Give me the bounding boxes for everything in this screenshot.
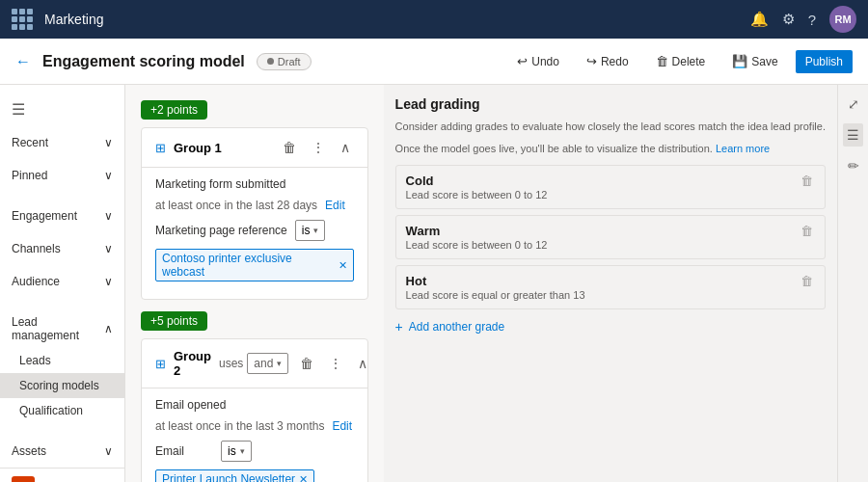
group2-body: Email opened at least once in the last 3… bbox=[142, 388, 367, 482]
save-button[interactable]: 💾 Save bbox=[722, 49, 787, 73]
group2-condition-label: Email opened bbox=[155, 398, 226, 412]
scoring-models-label: Scoring models bbox=[19, 379, 99, 392]
group2-condition-qualifier: at least once in the last 3 months bbox=[155, 419, 324, 433]
undo-button[interactable]: ↩ Undo bbox=[507, 49, 569, 73]
panel-title: Lead grading bbox=[395, 96, 826, 112]
sidebar-section-pinned: Pinned ∨ bbox=[0, 159, 124, 192]
qualification-label: Qualification bbox=[19, 404, 83, 417]
sidebar-section-lead-management: Lead management ∧ Leads Scoring models Q… bbox=[0, 306, 124, 427]
grade-warm-name: Warm bbox=[406, 224, 799, 238]
group2-condition-row: Email opened at least once in the last 3… bbox=[155, 398, 354, 433]
sidebar-section-pinned-header[interactable]: Pinned ∨ bbox=[0, 163, 124, 188]
topbar-icons: 🔔 ⚙ ? RM bbox=[750, 6, 856, 33]
group2-actions: 🗑 ⋮ ∧ bbox=[296, 354, 371, 373]
grade-warm-card: Warm Lead score is between 0 to 12 🗑 bbox=[395, 215, 826, 259]
group1-body: Marketing form submitted at least once i… bbox=[142, 168, 367, 299]
sidebar-bottom[interactable]: RM Real-time marketi... ⌃ bbox=[0, 468, 124, 482]
sidebar: ☰ Recent ∨ Pinned ∨ Engagement ∨ Channel… bbox=[0, 85, 125, 482]
group1-header: ⊞ Group 1 🗑 ⋮ ∧ bbox=[142, 128, 367, 168]
group1-condition-label: Marketing form submitted bbox=[155, 177, 285, 191]
redo-button[interactable]: ↪ Redo bbox=[577, 49, 638, 73]
publish-button[interactable]: Publish bbox=[796, 50, 853, 73]
group2-edit-link[interactable]: Edit bbox=[332, 419, 352, 433]
learn-more-link[interactable]: Learn more bbox=[716, 143, 770, 154]
group2-field1-label: Email bbox=[155, 444, 213, 458]
sidebar-section-channels-header[interactable]: Channels ∨ bbox=[0, 236, 124, 261]
sidebar-section-lead-management-header[interactable]: Lead management ∧ bbox=[0, 309, 124, 348]
app-name: Marketing bbox=[44, 12, 743, 27]
sidebar-section-audience-header[interactable]: Audience ∨ bbox=[0, 269, 124, 294]
group2-more-button[interactable]: ⋮ bbox=[325, 354, 346, 373]
group1-field-value-tag: Contoso printer exclusive webcast ✕ bbox=[155, 249, 354, 281]
chevron-down-icon: ▾ bbox=[313, 226, 318, 235]
sidebar-item-qualification[interactable]: Qualification bbox=[0, 398, 124, 423]
delete-button[interactable]: 🗑 Delete bbox=[646, 49, 716, 73]
grade-cold-name: Cold bbox=[406, 174, 799, 188]
app-grid-icon[interactable] bbox=[12, 9, 33, 30]
group1-field-row: Marketing page reference is ▾ Contoso pr… bbox=[155, 220, 354, 281]
back-button[interactable]: ← bbox=[15, 53, 31, 70]
group2-delete-button[interactable]: 🗑 bbox=[296, 354, 317, 373]
sidebar-section-engagement-header[interactable]: Engagement ∨ bbox=[0, 203, 124, 228]
group2-field1-op-select[interactable]: is ▾ bbox=[221, 441, 252, 462]
panel-icon-list-button[interactable]: ☰ bbox=[843, 123, 863, 147]
group1-more-button[interactable]: ⋮ bbox=[308, 138, 329, 157]
sidebar-section-engagement: Engagement ∨ bbox=[0, 200, 124, 232]
sidebar-section-assets: Assets ∨ bbox=[0, 435, 124, 468]
group1-delete-button[interactable]: 🗑 bbox=[279, 138, 300, 157]
sidebar-item-leads[interactable]: Leads bbox=[0, 348, 124, 373]
sidebar-item-scoring-models[interactable]: Scoring models bbox=[0, 373, 124, 398]
grade-hot-range: Lead score is equal or greater than 13 bbox=[406, 289, 799, 301]
help-icon[interactable]: ? bbox=[808, 12, 816, 28]
sidebar-section-channels: Channels ∨ bbox=[0, 232, 124, 265]
group1-icon: ⊞ bbox=[155, 141, 166, 155]
gear-icon[interactable]: ⚙ bbox=[782, 11, 795, 28]
panel-desc2: Once the model goes live, you'll be able… bbox=[395, 142, 826, 156]
panel-desc1: Consider adding grades to evaluate how c… bbox=[395, 120, 826, 134]
sidebar-section-audience: Audience ∨ bbox=[0, 265, 124, 298]
avatar[interactable]: RM bbox=[829, 6, 856, 33]
sidebar-section-assets-header[interactable]: Assets ∨ bbox=[0, 439, 124, 464]
group2-card: ⊞ Group 2 uses and ▾ 🗑 ⋮ ∧ Email ope bbox=[141, 338, 368, 482]
group1-collapse-button[interactable]: ∧ bbox=[337, 138, 354, 157]
group1-field-op-select[interactable]: is ▾ bbox=[295, 220, 326, 241]
group2-uses: uses and ▾ bbox=[219, 353, 288, 374]
add-grade-button[interactable]: + Add another grade bbox=[395, 315, 505, 338]
grade-cold-delete-button[interactable]: 🗑 bbox=[799, 174, 815, 188]
right-panel-icons: ⤢ ☰ ✏ bbox=[837, 85, 868, 482]
delete-icon: 🗑 bbox=[656, 54, 668, 68]
group2-tag1-close-button[interactable]: ✕ bbox=[299, 473, 308, 483]
group2-header: ⊞ Group 2 uses and ▾ 🗑 ⋮ ∧ bbox=[142, 339, 367, 388]
chevron-down-icon: ▾ bbox=[277, 359, 282, 368]
bell-icon[interactable]: 🔔 bbox=[750, 11, 769, 28]
group1-tag-close-button[interactable]: ✕ bbox=[339, 259, 347, 272]
group1-condition-row: Marketing form submitted at least once i… bbox=[155, 177, 354, 212]
undo-icon: ↩ bbox=[517, 54, 528, 68]
group1-points-badge: +2 points bbox=[141, 100, 207, 120]
group2-uses-op-select[interactable]: and ▾ bbox=[247, 353, 288, 374]
group2-collapse-button[interactable]: ∧ bbox=[354, 354, 371, 373]
page-title: Engagement scoring model bbox=[42, 53, 245, 70]
grade-hot-delete-button[interactable]: 🗑 bbox=[799, 274, 815, 288]
draft-dot bbox=[267, 58, 274, 65]
draft-label: Draft bbox=[278, 56, 301, 67]
grade-hot-name: Hot bbox=[406, 274, 799, 288]
headerbar: ← Engagement scoring model Draft ↩ Undo … bbox=[0, 39, 868, 85]
chevron-down-icon: ▾ bbox=[240, 446, 245, 456]
right-panel-body: Lead grading Consider adding grades to e… bbox=[384, 85, 837, 482]
group1-edit-link[interactable]: Edit bbox=[325, 199, 345, 212]
header-actions: ↩ Undo ↪ Redo 🗑 Delete 💾 Save Publish bbox=[507, 49, 853, 73]
sidebar-section-recent-header[interactable]: Recent ∨ bbox=[0, 130, 124, 155]
hamburger-button[interactable]: ☰ bbox=[0, 93, 124, 126]
grade-warm-info: Warm Lead score is between 0 to 12 bbox=[406, 224, 799, 251]
panel-icon-expand-button[interactable]: ⤢ bbox=[844, 93, 863, 116]
grade-warm-delete-button[interactable]: 🗑 bbox=[799, 224, 815, 238]
topbar: Marketing 🔔 ⚙ ? RM bbox=[0, 0, 868, 39]
layout: ☰ Recent ∨ Pinned ∨ Engagement ∨ Channel… bbox=[0, 85, 868, 482]
right-panel-layout: Lead grading Consider adding grades to e… bbox=[384, 85, 868, 482]
group2-icon: ⊞ bbox=[155, 357, 166, 371]
sidebar-avatar: RM bbox=[12, 476, 35, 482]
panel-icon-edit-button[interactable]: ✏ bbox=[844, 154, 863, 177]
add-icon: + bbox=[395, 319, 403, 335]
group1-field-label: Marketing page reference bbox=[155, 224, 287, 237]
